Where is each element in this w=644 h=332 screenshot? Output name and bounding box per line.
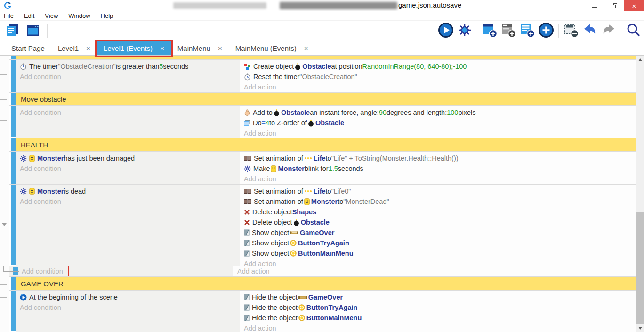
search-button[interactable] bbox=[625, 23, 642, 40]
undo-button[interactable] bbox=[581, 23, 598, 40]
action-item[interactable]: Hide the object ButtonTryAgain bbox=[240, 302, 636, 313]
add-subevent-button[interactable] bbox=[500, 23, 517, 40]
action-item[interactable]: Show object GameOver bbox=[240, 227, 636, 238]
action-item[interactable]: Reset the timer "ObstacleCreation" bbox=[240, 72, 636, 82]
event-drag-bar[interactable] bbox=[11, 93, 16, 105]
vertical-scrollbar[interactable] bbox=[636, 56, 644, 332]
add-action-button[interactable]: Add action bbox=[240, 174, 636, 184]
object-name: ButtonMainMenu bbox=[298, 250, 354, 257]
event-drag-bar[interactable] bbox=[11, 277, 16, 290]
close-button[interactable]: × bbox=[624, 0, 644, 11]
action-item[interactable]: Delete object Obstacle bbox=[240, 217, 636, 227]
tab-close-icon[interactable]: × bbox=[218, 44, 222, 52]
event-collapse-handle[interactable] bbox=[0, 99, 7, 100]
action-item[interactable]: Make Monster blink for 1.5 seconds bbox=[240, 163, 636, 174]
event-drag-bar[interactable] bbox=[11, 185, 16, 265]
action-item[interactable]: Set animation of Life to "Life0" bbox=[240, 186, 636, 196]
restore-icon bbox=[612, 3, 617, 8]
add-action-button[interactable]: Add action bbox=[240, 323, 636, 332]
monster-icon bbox=[29, 155, 35, 162]
action-item[interactable]: Show object ButtonTryAgain bbox=[240, 238, 636, 248]
event-collapse-handle[interactable] bbox=[0, 194, 7, 194]
action-item[interactable]: Set animation of Life to "Life" + ToStri… bbox=[240, 153, 636, 163]
condition-item[interactable]: Monster has just been damaged bbox=[16, 153, 240, 163]
object-name: ButtonTryAgain bbox=[306, 304, 358, 311]
debugger-button[interactable] bbox=[456, 23, 473, 40]
add-condition-button[interactable]: Add condition bbox=[16, 196, 240, 207]
menu-item-edit[interactable]: Edit bbox=[24, 12, 39, 19]
remove-event-button[interactable] bbox=[563, 23, 580, 40]
add-action-button[interactable]: Add action bbox=[233, 267, 270, 275]
event-collapse-handle[interactable] bbox=[0, 161, 7, 161]
tab-close-icon[interactable]: × bbox=[86, 44, 90, 52]
action-item[interactable]: Create object Obstacle at position Rando… bbox=[240, 61, 636, 72]
actions-cell: Set animation of Life to "Life" + ToStri… bbox=[240, 152, 636, 184]
add-condition-button[interactable]: Add condition bbox=[16, 72, 240, 82]
action-item[interactable]: Hide the object ButtonMainMenu bbox=[240, 313, 636, 323]
tab-mainmenu-events[interactable]: MainMenu (Events)× bbox=[229, 41, 315, 55]
text-segment: Set animation of bbox=[254, 198, 303, 205]
scene-editor-button[interactable] bbox=[24, 23, 41, 40]
menu-item-window[interactable]: Window bbox=[68, 12, 95, 19]
add-condition-button[interactable]: Add condition bbox=[16, 107, 240, 118]
tab-close-icon[interactable]: × bbox=[304, 44, 308, 52]
tab-close-icon[interactable]: × bbox=[160, 44, 164, 52]
condition-item[interactable]: Monster is dead bbox=[16, 186, 240, 196]
event-collapse-handle[interactable] bbox=[0, 145, 7, 145]
object-name: Obstacle bbox=[302, 63, 331, 70]
event-collapse-handle[interactable] bbox=[0, 297, 7, 298]
tab-start-page[interactable]: Start Page bbox=[5, 41, 51, 55]
add-action-button[interactable]: Add action bbox=[240, 259, 636, 266]
redo-button[interactable] bbox=[600, 23, 617, 40]
delete-icon bbox=[244, 219, 250, 226]
group-row-move-obstacle[interactable]: Move obstacle bbox=[9, 93, 636, 106]
add-comment-button[interactable] bbox=[519, 23, 536, 40]
action-item[interactable]: Show object ButtonMainMenu bbox=[240, 248, 636, 259]
scrollbar-down-button[interactable] bbox=[636, 324, 644, 332]
event-collapse-handle[interactable] bbox=[0, 74, 7, 75]
event-collapse-handle[interactable] bbox=[0, 120, 7, 121]
action-item[interactable]: Set animation of Monster to "MonsterDead… bbox=[240, 196, 636, 207]
event-drag-bar[interactable] bbox=[11, 138, 16, 151]
event-drag-bar[interactable] bbox=[11, 152, 16, 184]
minimize-button[interactable] bbox=[585, 0, 604, 11]
add-action-button[interactable]: Add action bbox=[240, 128, 636, 138]
add-action-button[interactable]: Add action bbox=[240, 82, 636, 92]
group-row-health[interactable]: HEALTH bbox=[9, 138, 636, 152]
add-event-button[interactable] bbox=[481, 23, 498, 40]
add-condition-button[interactable]: Add condition bbox=[16, 302, 240, 313]
menu-item-help[interactable]: Help bbox=[101, 12, 118, 19]
action-item[interactable]: Add to Obstacle an instant force, angle:… bbox=[240, 107, 636, 118]
events-gutter bbox=[0, 56, 9, 332]
condition-item[interactable]: The timer "ObstacleCreation" is greater … bbox=[16, 61, 240, 72]
group-row-game-over[interactable]: GAME OVER bbox=[9, 277, 636, 291]
text-segment: Make bbox=[253, 165, 270, 172]
add-circle-button[interactable] bbox=[538, 23, 555, 40]
condition-item[interactable]: At the beginning of the scene bbox=[16, 292, 240, 302]
action-item[interactable]: Delete object Shapes bbox=[240, 207, 636, 217]
tab-level1-events[interactable]: Level1 (Events)× bbox=[97, 41, 171, 55]
add-condition-button[interactable]: Add condition bbox=[16, 163, 240, 174]
expand-subevents-icon[interactable] bbox=[2, 223, 7, 226]
scrollbar-up-button[interactable] bbox=[636, 56, 644, 64]
tab-mainmenu[interactable]: MainMenu× bbox=[171, 41, 229, 55]
text-segment: Show object bbox=[252, 239, 289, 247]
add-condition-button[interactable]: Add condition bbox=[22, 267, 63, 275]
event-drag-bar[interactable] bbox=[11, 291, 16, 331]
project-manager-button[interactable] bbox=[4, 23, 21, 40]
menu-item-file[interactable]: File bbox=[4, 12, 18, 19]
action-item[interactable]: Do = 4 to Z-order of Obstacle bbox=[240, 118, 636, 128]
menu-item-view[interactable]: View bbox=[45, 12, 63, 19]
maximize-restore-button[interactable] bbox=[604, 0, 624, 11]
action-item[interactable]: Hide the object GameOver bbox=[240, 292, 636, 302]
tab-level1[interactable]: Level1× bbox=[51, 41, 97, 55]
scrollbar-thumb[interactable] bbox=[636, 212, 644, 324]
remove-event-icon bbox=[563, 22, 580, 40]
event-drag-bar[interactable] bbox=[11, 56, 16, 59]
preview-play-button[interactable] bbox=[437, 23, 454, 40]
debugger-icon bbox=[457, 22, 473, 40]
event-drag-bar[interactable] bbox=[11, 106, 16, 137]
event-drag-bar[interactable] bbox=[11, 60, 16, 92]
event-collapse-handle[interactable] bbox=[0, 284, 7, 285]
group-row-partial[interactable] bbox=[9, 56, 636, 60]
